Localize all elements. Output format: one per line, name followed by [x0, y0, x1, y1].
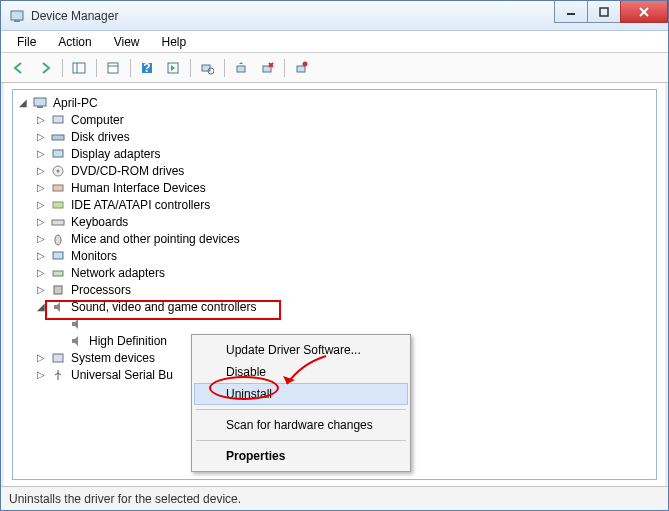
expand-icon[interactable]: ▷ [35, 148, 47, 159]
status-text: Uninstalls the driver for the selected d… [9, 492, 241, 506]
device-tree[interactable]: ◢ April-PC ▷Computer ▷Disk drives ▷Displ… [12, 89, 657, 480]
svg-text:?: ? [143, 61, 150, 75]
tree-item-hid[interactable]: ▷Human Interface Devices [17, 179, 656, 196]
ctx-separator [196, 409, 406, 410]
tree-item-dvd[interactable]: ▷DVD/CD-ROM drives [17, 162, 656, 179]
device-manager-window: Device Manager File Action View Help ? [0, 0, 669, 511]
svg-rect-0 [11, 11, 23, 20]
ide-icon [50, 197, 66, 213]
svg-rect-25 [53, 150, 63, 157]
toolbar: ? [1, 53, 668, 83]
menu-action[interactable]: Action [48, 33, 101, 51]
toolbar-separator [221, 56, 227, 80]
toolbar-separator [281, 56, 287, 80]
tree-label: Disk drives [69, 130, 132, 144]
tree-label: Universal Serial Bu [69, 368, 175, 382]
expand-icon[interactable]: ▷ [35, 216, 47, 227]
tree-item-keyboards[interactable]: ▷Keyboards [17, 213, 656, 230]
menu-view[interactable]: View [104, 33, 150, 51]
computer-icon [32, 95, 48, 111]
computer-node-icon [50, 112, 66, 128]
maximize-button[interactable] [587, 1, 621, 23]
scan-hardware-button[interactable] [195, 56, 219, 80]
expand-icon[interactable]: ▷ [35, 369, 47, 380]
display-icon [50, 146, 66, 162]
tree-item-sound-child-0[interactable]: ▷ [17, 315, 656, 332]
svg-rect-21 [34, 98, 46, 106]
expand-icon[interactable]: ▷ [35, 267, 47, 278]
expand-icon[interactable]: ▷ [35, 250, 47, 261]
ctx-properties[interactable]: Properties [194, 445, 408, 467]
update-driver-button[interactable] [229, 56, 253, 80]
expand-icon[interactable]: ▷ [35, 165, 47, 176]
svg-rect-23 [53, 116, 63, 123]
toolbar-separator [187, 56, 193, 80]
tree-item-display-adapters[interactable]: ▷Display adapters [17, 145, 656, 162]
help-button[interactable]: ? [135, 56, 159, 80]
tree-label: Computer [69, 113, 126, 127]
minimize-button[interactable] [554, 1, 588, 23]
ctx-disable[interactable]: Disable [194, 361, 408, 383]
svg-rect-33 [53, 271, 63, 276]
tree-item-disk-drives[interactable]: ▷Disk drives [17, 128, 656, 145]
svg-rect-15 [237, 66, 245, 72]
tree-label: Keyboards [69, 215, 130, 229]
hid-icon [50, 180, 66, 196]
network-icon [50, 265, 66, 281]
context-menu: Update Driver Software... Disable Uninst… [191, 334, 411, 472]
tree-root-label: April-PC [51, 96, 100, 110]
tree-label: Network adapters [69, 266, 167, 280]
svg-point-31 [55, 235, 61, 245]
svg-rect-28 [53, 185, 63, 191]
svg-rect-19 [297, 66, 305, 72]
menu-file[interactable]: File [7, 33, 46, 51]
tree-label: High Definition [87, 334, 169, 348]
expand-icon[interactable]: ▷ [35, 233, 47, 244]
tree-label: Display adapters [69, 147, 162, 161]
keyboard-icon [50, 214, 66, 230]
expand-icon[interactable]: ▷ [35, 352, 47, 363]
tree-label: Monitors [69, 249, 119, 263]
tree-item-processors[interactable]: ▷Processors [17, 281, 656, 298]
close-button[interactable] [620, 1, 668, 23]
toolbar-separator [93, 56, 99, 80]
ctx-scan-hardware[interactable]: Scan for hardware changes [194, 414, 408, 436]
svg-point-27 [57, 169, 60, 172]
svg-rect-22 [37, 106, 43, 108]
audio-device-icon [68, 316, 84, 332]
tree-item-sound[interactable]: ◢Sound, video and game controllers [17, 298, 656, 315]
properties-button[interactable] [101, 56, 125, 80]
show-hide-tree-button[interactable] [67, 56, 91, 80]
statusbar: Uninstalls the driver for the selected d… [1, 486, 668, 510]
expand-icon[interactable]: ▷ [35, 284, 47, 295]
menu-help[interactable]: Help [152, 33, 197, 51]
disable-button[interactable] [289, 56, 313, 80]
tree-label: Human Interface Devices [69, 181, 208, 195]
expand-icon[interactable]: ▷ [35, 114, 47, 125]
expand-icon[interactable]: ▷ [35, 131, 47, 142]
tree-item-network[interactable]: ▷Network adapters [17, 264, 656, 281]
audio-device-icon [68, 333, 84, 349]
expand-icon[interactable]: ▷ [35, 199, 47, 210]
svg-rect-34 [54, 286, 62, 294]
tree-item-mice[interactable]: ▷Mice and other pointing devices [17, 230, 656, 247]
tree-item-computer[interactable]: ▷Computer [17, 111, 656, 128]
system-icon [50, 350, 66, 366]
forward-button[interactable] [33, 56, 57, 80]
back-button[interactable] [7, 56, 31, 80]
tree-item-monitors[interactable]: ▷Monitors [17, 247, 656, 264]
menubar: File Action View Help [1, 31, 668, 53]
collapse-icon[interactable]: ◢ [17, 97, 29, 108]
tree-root[interactable]: ◢ April-PC [17, 94, 656, 111]
uninstall-button[interactable] [255, 56, 279, 80]
collapse-icon[interactable]: ◢ [35, 301, 47, 312]
ctx-uninstall[interactable]: Uninstall [194, 383, 408, 405]
ctx-update-driver[interactable]: Update Driver Software... [194, 339, 408, 361]
usb-icon [50, 367, 66, 383]
action-button[interactable] [161, 56, 185, 80]
tree-item-ide[interactable]: ▷IDE ATA/ATAPI controllers [17, 196, 656, 213]
tree-label: IDE ATA/ATAPI controllers [69, 198, 212, 212]
svg-rect-32 [53, 252, 63, 259]
expand-icon[interactable]: ▷ [35, 182, 47, 193]
svg-rect-3 [600, 8, 608, 16]
